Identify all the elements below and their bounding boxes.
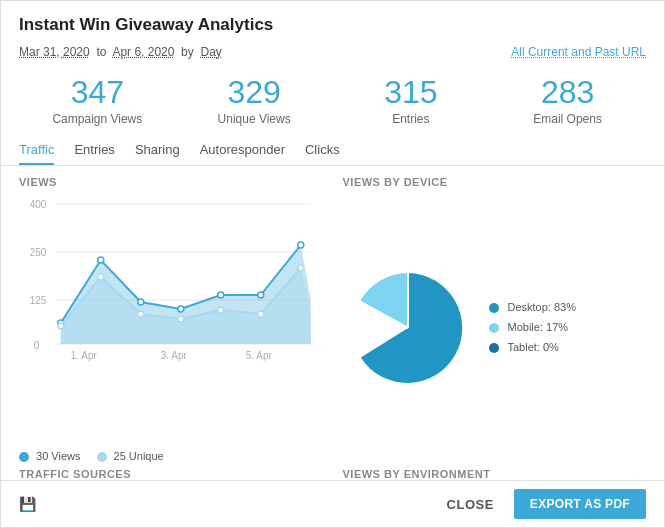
legend-tablet-label: Tablet: 0% [508,338,559,358]
y-label-0: 0 [34,340,40,351]
pie-section: Desktop: 83% Mobile: 17% Tablet: 0% [343,194,647,462]
legend-unique-label: 25 Unique [114,450,164,462]
x-label-1apr: 1. Apr [71,350,98,361]
tab-autoresponder[interactable]: Autoresponder [200,136,285,165]
stat-label-campaign-views: Campaign Views [19,112,176,126]
views-dot-3 [138,299,144,305]
unique-dot-6 [258,311,264,317]
legend-dot-desktop [489,303,499,313]
unique-dot-2 [98,274,104,280]
pie-legend-desktop: Desktop: 83% [489,298,576,318]
x-label-3apr: 3. Apr [161,350,188,361]
legend-dot-views [19,452,29,462]
views-dot-6 [258,292,264,298]
bottom-row: TRAFFIC SOURCES VIEWS BY ENVIRONMENT [1,462,664,480]
legend-dot-mobile [489,323,499,333]
pie-legend-mobile: Mobile: 17% [489,318,576,338]
device-label: VIEWS BY DEVICE [343,176,647,188]
chart-legend: 30 Views 25 Unique [19,450,323,462]
traffic-sources-section: TRAFFIC SOURCES [19,468,323,480]
date-start: Mar 31, 2020 [19,45,90,59]
pie-legend: Desktop: 83% Mobile: 17% Tablet: 0% [489,298,576,357]
y-label-400: 400 [30,199,47,210]
y-label-250: 250 [30,247,47,258]
stat-label-unique-views: Unique Views [176,112,333,126]
legend-dot-tablet [489,343,499,353]
legend-unique: 25 Unique [97,450,164,462]
views-dot-4 [178,306,184,312]
tab-clicks[interactable]: Clicks [305,136,340,165]
close-button[interactable]: CLOSE [437,491,504,518]
views-dot-2 [98,257,104,263]
date-period[interactable]: Day [200,45,221,59]
views-dot-5 [218,292,224,298]
traffic-sources-label: TRAFFIC SOURCES [19,468,323,480]
stat-label-email-opens: Email Opens [489,112,646,126]
views-label: VIEWS [19,176,323,188]
url-filter[interactable]: All Current and Past URL [511,45,646,59]
stats-row: 347 Campaign Views 329 Unique Views 315 … [1,67,664,136]
legend-mobile-label: Mobile: 17% [508,318,569,338]
download-icon: 💾 [19,496,36,512]
stat-number-unique-views: 329 [176,75,333,110]
unique-dot-7 [298,265,304,271]
stat-number-entries: 315 [333,75,490,110]
date-end: Apr 6, 2020 [112,45,174,59]
views-dot-7 [298,242,304,248]
legend-dot-unique [97,452,107,462]
x-label-5apr: 5. Apr [246,350,273,361]
content-area: VIEWS 400 250 125 0 1. Apr 3. Apr 5 [1,166,664,462]
views-chart-container: 400 250 125 0 1. Apr 3. Apr 5. Apr [19,194,323,446]
date-row: Mar 31, 2020 to Apr 6, 2020 by Day All C… [1,41,664,67]
views-environment-label: VIEWS BY ENVIRONMENT [343,468,647,480]
legend-views: 30 Views [19,450,81,462]
unique-dot-3 [138,311,144,317]
stat-number-campaign-views: 347 [19,75,176,110]
views-panel: VIEWS 400 250 125 0 1. Apr 3. Apr 5 [19,176,323,462]
stat-number-email-opens: 283 [489,75,646,110]
y-label-125: 125 [30,295,47,306]
tab-sharing[interactable]: Sharing [135,136,180,165]
modal-title: Instant Win Giveaway Analytics [19,15,646,35]
stat-entries: 315 Entries [333,75,490,126]
stat-unique-views: 329 Unique Views [176,75,333,126]
tabs-row: Traffic Entries Sharing Autoresponder Cl… [1,136,664,166]
views-environment-section: VIEWS BY ENVIRONMENT [343,468,647,480]
modal-header: Instant Win Giveaway Analytics [1,1,664,41]
stat-label-entries: Entries [333,112,490,126]
tab-entries[interactable]: Entries [74,136,114,165]
views-line-chart: 400 250 125 0 1. Apr 3. Apr 5. Apr [19,194,323,364]
pie-mobile [359,273,407,328]
device-pie-chart [343,263,473,393]
unique-dot-1 [58,323,64,329]
legend-desktop-label: Desktop: 83% [508,298,576,318]
modal-footer: 💾 CLOSE EXPORT AS PDF [1,480,664,527]
device-panel: VIEWS BY DEVICE [343,176,647,462]
export-button[interactable]: EXPORT AS PDF [514,489,646,519]
stat-email-opens: 283 Email Opens [489,75,646,126]
stat-campaign-views: 347 Campaign Views [19,75,176,126]
tab-traffic[interactable]: Traffic [19,136,54,165]
analytics-modal: Instant Win Giveaway Analytics Mar 31, 2… [0,0,665,528]
unique-dot-4 [178,316,184,322]
unique-dot-5 [218,307,224,313]
pie-legend-tablet: Tablet: 0% [489,338,576,358]
date-range: Mar 31, 2020 to Apr 6, 2020 by Day [19,45,222,59]
legend-views-label: 30 Views [36,450,80,462]
